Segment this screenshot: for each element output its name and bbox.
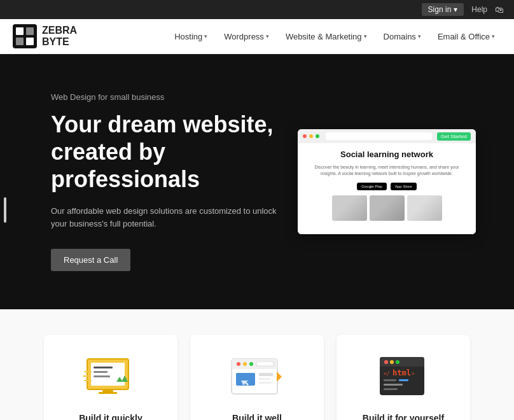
svg-text:html: html — [392, 368, 411, 377]
svg-rect-3 — [16, 38, 24, 45]
mockup-body: Social learning network Discover the bea… — [298, 143, 476, 234]
svg-rect-23 — [256, 361, 274, 366]
mockup-image-2 — [370, 195, 405, 221]
svg-rect-27 — [259, 382, 272, 384]
feature-card-2: Build it well Specialists with expertise… — [190, 335, 324, 420]
signin-label: Sign in — [428, 5, 452, 14]
svg-rect-12 — [102, 389, 113, 392]
build-well-icon — [228, 354, 286, 402]
svg-rect-8 — [94, 371, 108, 373]
svg-rect-39 — [384, 379, 396, 381]
mockup-image-3 — [407, 195, 442, 221]
svg-marker-28 — [277, 372, 282, 382]
feature-card-3: </ html > Build it for yourself Collabor… — [337, 335, 470, 420]
feature-2-title: Build it well — [232, 413, 282, 420]
logo-icon — [13, 24, 37, 48]
help-link[interactable]: Help — [471, 5, 487, 14]
mockup-subtext: Discover the beauty in learning, meet in… — [307, 164, 467, 178]
minimize-dot — [309, 134, 313, 138]
signin-arrow-icon: ▾ — [454, 5, 457, 14]
signin-button[interactable]: Sign in ▾ — [422, 3, 464, 16]
svg-text:</: </ — [384, 371, 390, 377]
navbar: ZEBRA BYTE Hosting ▾ Wordpress ▾ Website… — [0, 19, 514, 54]
mockup-image-1 — [332, 195, 367, 221]
svg-rect-42 — [384, 388, 398, 390]
feature-icon-well — [228, 354, 286, 402]
hero-mockup: Get Started Social learning network Disc… — [298, 129, 476, 234]
nav-item-wordpress[interactable]: Wordpress ▾ — [218, 28, 275, 45]
request-call-button[interactable]: Request a Call — [51, 249, 130, 271]
svg-rect-26 — [259, 378, 270, 380]
svg-rect-4 — [26, 38, 34, 45]
app-store-btn: App Store — [391, 183, 417, 190]
chevron-down-icon: ▾ — [418, 33, 421, 39]
logo[interactable]: ZEBRA BYTE — [13, 24, 77, 48]
svg-rect-2 — [26, 27, 34, 35]
chevron-down-icon: ▾ — [492, 33, 495, 39]
nav-item-website-marketing[interactable]: Website & Marketing ▾ — [279, 28, 373, 45]
hero-description: Our affordable web design solutions are … — [51, 205, 280, 232]
mockup-url-bar — [326, 132, 432, 140]
hero-content: Web Design for small business Your dream… — [51, 92, 280, 271]
logo-text: ZEBRA BYTE — [42, 25, 77, 47]
svg-rect-7 — [94, 367, 113, 368]
feature-icon-yourself: </ html > — [375, 354, 432, 402]
mockup-buttons: Google Play App Store — [307, 183, 467, 190]
features-section: Build it quickly Your website will be bu… — [0, 309, 514, 420]
svg-rect-6 — [91, 363, 125, 386]
mockup-cta: Get Started — [437, 132, 471, 141]
svg-point-35 — [396, 360, 399, 364]
svg-rect-9 — [94, 375, 110, 377]
mockup-headline: Social learning network — [307, 150, 467, 160]
top-bar: Sign in ▾ Help 🛍 — [0, 0, 514, 19]
chevron-down-icon: ▾ — [364, 33, 367, 39]
svg-text:>: > — [412, 371, 415, 377]
svg-point-22 — [249, 362, 253, 366]
svg-point-33 — [384, 360, 388, 364]
mockup-images — [307, 195, 467, 221]
nav-item-email-office[interactable]: Email & Office ▾ — [431, 28, 501, 45]
build-yourself-icon: </ html > — [375, 354, 432, 402]
maximize-dot — [316, 134, 319, 138]
chevron-down-icon: ▾ — [266, 33, 269, 39]
nav-links: Hosting ▾ Wordpress ▾ Website & Marketin… — [168, 28, 501, 45]
hero-section: Web Design for small business Your dream… — [0, 54, 514, 309]
scrollbar[interactable] — [4, 197, 6, 223]
feature-3-title: Build it for yourself — [363, 413, 444, 420]
google-play-btn: Google Play — [357, 183, 387, 190]
svg-point-20 — [237, 362, 240, 366]
svg-rect-25 — [259, 373, 273, 376]
bag-icon[interactable]: 🛍 — [495, 4, 504, 15]
svg-rect-13 — [99, 392, 117, 394]
hero-title: Your dream website, created by professio… — [51, 111, 280, 193]
svg-rect-40 — [399, 379, 408, 381]
mockup-browser-bar: Get Started — [298, 129, 476, 143]
hero-subtitle: Web Design for small business — [51, 92, 280, 102]
build-fast-icon — [82, 354, 139, 402]
svg-point-34 — [390, 360, 394, 364]
feature-icon-fast — [82, 354, 139, 402]
svg-rect-41 — [384, 384, 403, 386]
feature-1-title: Build it quickly — [79, 413, 142, 420]
close-dot — [303, 134, 307, 138]
svg-rect-1 — [16, 27, 24, 35]
feature-card-1: Build it quickly Your website will be bu… — [44, 335, 177, 420]
nav-item-hosting[interactable]: Hosting ▾ — [168, 28, 214, 45]
chevron-down-icon: ▾ — [204, 33, 207, 39]
nav-item-domains[interactable]: Domains ▾ — [377, 28, 427, 45]
svg-point-21 — [243, 362, 247, 366]
